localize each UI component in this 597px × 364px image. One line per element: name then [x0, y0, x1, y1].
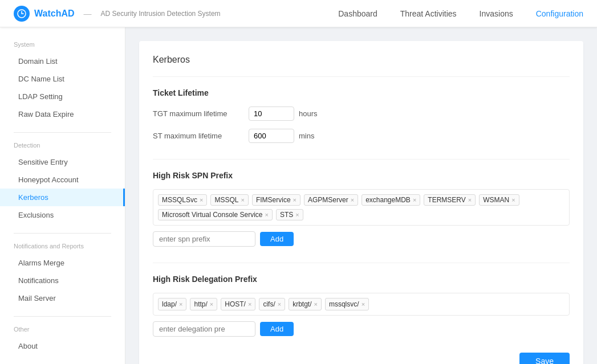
delegation-tag-close[interactable]: × — [278, 301, 281, 308]
top-nav: WatchAD — AD Security Intrusion Detectio… — [0, 0, 597, 27]
brand-separator: — — [84, 9, 92, 18]
sidebar: System Domain List DC Name List LDAP Set… — [0, 27, 125, 364]
spn-tag-close[interactable]: × — [200, 197, 203, 203]
spn-tag-label: MSSQL — [214, 196, 238, 204]
spn-tag-label: MSSQLSvc — [162, 196, 197, 204]
ticket-lifetime-title: Ticket Lifetime — [153, 88, 570, 97]
main-layout: System Domain List DC Name List LDAP Set… — [0, 27, 597, 364]
spn-tag: Microsoft Virtual Console Service× — [158, 209, 273, 220]
sidebar-item-honeypot-account[interactable]: Honeypot Account — [0, 171, 125, 189]
spn-tag-close[interactable]: × — [351, 197, 354, 203]
tgt-unit: hours — [299, 109, 318, 118]
sidebar-divider-1 — [14, 132, 111, 133]
spn-tag-label: AGPMServer — [308, 196, 348, 204]
delegation-tag-close[interactable]: × — [179, 301, 182, 308]
st-row: ST maximum lifetime mins — [153, 129, 570, 143]
sidebar-item-kerberos[interactable]: Kerberos — [0, 189, 125, 206]
sidebar-item-about[interactable]: About — [0, 337, 125, 355]
spn-tag-close[interactable]: × — [413, 197, 416, 203]
spn-tag-close[interactable]: × — [295, 212, 299, 218]
delegation-tag-close[interactable]: × — [362, 301, 365, 308]
spn-tag: exchangeMDB× — [362, 194, 420, 206]
spn-tag-label: FIMService — [256, 196, 291, 204]
high-risk-delegation-section: High Risk Delegation Prefix ldap/×http/×… — [153, 275, 570, 337]
brand-subtitle: AD Security Intrusion Detection System — [101, 10, 221, 18]
spn-tag-label: TERMSERV — [428, 196, 465, 204]
main-content: Kerberos Ticket Lifetime TGT maximum lif… — [125, 27, 597, 364]
sidebar-section-other: Other — [0, 326, 125, 337]
high-risk-spn-section: High Risk SPN Prefix MSSQLSvc×MSSQL×FIMS… — [153, 171, 570, 247]
title-divider — [153, 76, 570, 77]
st-input[interactable] — [249, 129, 294, 143]
spn-tag-label: STS — [280, 211, 293, 219]
section-divider-1 — [153, 159, 570, 159]
delegation-tag: HOST/× — [221, 298, 255, 310]
ticket-lifetime-section: Ticket Lifetime TGT maximum lifetime hou… — [153, 88, 570, 143]
delegation-add-input[interactable] — [153, 321, 255, 337]
sidebar-divider-3 — [14, 316, 111, 317]
spn-tag-close[interactable]: × — [468, 197, 472, 203]
delegation-add-button[interactable]: Add — [260, 322, 294, 336]
delegation-tags-container: ldap/×http/×HOST/×cifs/×krbtgt/×mssqlsvc… — [153, 293, 570, 316]
spn-tags-container: MSSQLSvc×MSSQL×FIMService×AGPMServer×exc… — [153, 189, 570, 226]
high-risk-spn-title: High Risk SPN Prefix — [153, 171, 570, 180]
spn-add-input[interactable] — [153, 231, 255, 247]
delegation-add-row: Add — [153, 321, 570, 337]
save-button[interactable]: Save — [519, 353, 570, 364]
spn-tag-close[interactable]: × — [265, 212, 269, 218]
delegation-tag: ldap/× — [158, 298, 186, 310]
save-row: Save — [153, 353, 570, 364]
brand: WatchAD — AD Security Intrusion Detectio… — [14, 6, 221, 22]
spn-tag-label: WSMAN — [483, 196, 509, 204]
spn-tag-label: exchangeMDB — [365, 196, 411, 204]
spn-tag-close[interactable]: × — [293, 197, 297, 203]
delegation-tag-label: krbtgt/ — [293, 300, 311, 308]
spn-tag: MSSQL× — [210, 194, 248, 206]
delegation-tag-label: cifs/ — [263, 300, 275, 308]
delegation-tag: http/× — [190, 298, 217, 310]
sidebar-item-domain-list[interactable]: Domain List — [0, 52, 125, 70]
sidebar-divider-2 — [14, 233, 111, 234]
delegation-tag-close[interactable]: × — [248, 301, 251, 308]
spn-tag: MSSQLSvc× — [158, 194, 207, 206]
tgt-row: TGT maximum lifetime hours — [153, 107, 570, 121]
sidebar-item-notifications[interactable]: Notifications — [0, 272, 125, 289]
nav-dashboard[interactable]: Dashboard — [338, 9, 377, 18]
high-risk-delegation-title: High Risk Delegation Prefix — [153, 275, 570, 284]
delegation-tag-label: HOST/ — [225, 300, 246, 308]
spn-tag: TERMSERV× — [424, 194, 476, 206]
spn-add-row: Add — [153, 231, 570, 247]
sidebar-item-exclusions[interactable]: Exclusions — [0, 206, 125, 224]
delegation-tag-close[interactable]: × — [314, 301, 318, 308]
spn-tag: STS× — [276, 209, 303, 220]
delegation-tag: krbtgt/× — [289, 298, 322, 310]
content-card: Kerberos Ticket Lifetime TGT maximum lif… — [139, 41, 583, 364]
sidebar-section-system: System — [0, 41, 125, 52]
spn-tag-close[interactable]: × — [511, 197, 515, 203]
delegation-tag: mssqlsvc/× — [325, 298, 369, 310]
spn-tag: WSMAN× — [479, 194, 519, 206]
logo-icon — [14, 6, 30, 22]
delegation-tag-close[interactable]: × — [210, 301, 213, 308]
spn-add-button[interactable]: Add — [260, 232, 294, 246]
sidebar-item-ldap-setting[interactable]: LDAP Setting — [0, 88, 125, 105]
sidebar-item-mail-server[interactable]: Mail Server — [0, 289, 125, 307]
sidebar-section-detection: Detection — [0, 142, 125, 153]
section-divider-2 — [153, 263, 570, 263]
nav-invasions[interactable]: Invasions — [480, 9, 513, 18]
sidebar-item-raw-data-expire[interactable]: Raw Data Expire — [0, 105, 125, 123]
delegation-tag: cifs/× — [259, 298, 285, 310]
brand-name: WatchAD — [34, 9, 75, 19]
st-label: ST maximum lifetime — [153, 132, 244, 140]
delegation-tag-label: ldap/ — [162, 300, 177, 308]
sidebar-item-dc-name-list[interactable]: DC Name List — [0, 70, 125, 88]
spn-tag-close[interactable]: × — [241, 197, 244, 203]
nav-configuration[interactable]: Configuration — [536, 9, 583, 18]
delegation-tag-label: http/ — [194, 300, 207, 308]
st-unit: mins — [299, 132, 314, 140]
sidebar-item-sensitive-entry[interactable]: Sensitive Entry — [0, 153, 125, 171]
spn-tag: AGPMServer× — [304, 194, 358, 206]
sidebar-item-alarms-merge[interactable]: Alarms Merge — [0, 254, 125, 272]
tgt-input[interactable] — [249, 107, 294, 121]
nav-threat-activities[interactable]: Threat Activities — [400, 9, 457, 18]
